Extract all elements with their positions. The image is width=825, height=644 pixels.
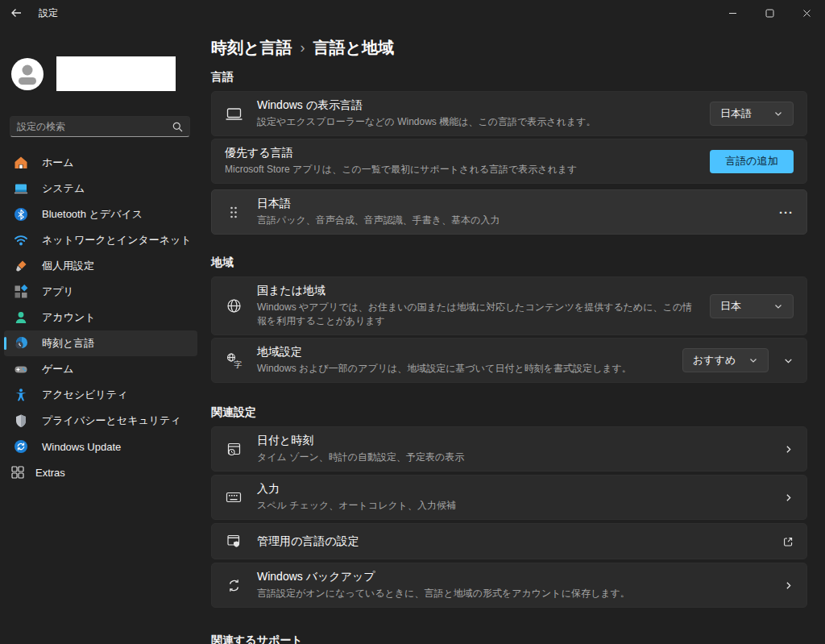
back-arrow-icon — [10, 6, 23, 19]
dropdown-value: 日本語 — [720, 106, 752, 121]
main-content: 時刻と言語 › 言語と地域 言語 Windows の表示言語 設定やエクスプロー… — [201, 26, 825, 644]
sidebar-item-windows-update[interactable]: Windows Update — [4, 434, 197, 459]
row-desc: 言語パック、音声合成、音声認識、手書き、基本の入力 — [257, 214, 766, 227]
globe-icon — [225, 297, 243, 315]
display-icon — [225, 105, 243, 123]
close-icon — [802, 9, 811, 18]
wifi-icon — [13, 232, 29, 248]
keyboard-icon — [225, 488, 243, 506]
breadcrumb-parent[interactable]: 時刻と言語 — [211, 37, 292, 59]
section-label-language: 言語 — [211, 70, 807, 85]
dropdown-value: おすすめ — [693, 353, 736, 368]
breadcrumb: 時刻と言語 › 言語と地域 — [211, 37, 807, 59]
account-icon — [13, 310, 29, 326]
home-icon — [13, 155, 29, 171]
svg-text:字: 字 — [234, 359, 242, 368]
calendar-clock-icon — [225, 440, 243, 458]
section-label-related-support: 関連するサポート — [211, 634, 807, 644]
chevron-right-icon — [783, 580, 794, 591]
row-title: Windows バックアップ — [257, 570, 770, 584]
user-block[interactable] — [11, 58, 44, 90]
drag-handle-icon[interactable] — [225, 203, 243, 221]
row-desc: 設定やエクスプローラーなどの Windows 機能は、この言語で表示されます。 — [257, 115, 697, 129]
sidebar-item-accessibility[interactable]: アクセシビリティ — [4, 382, 197, 408]
row-regional-format[interactable]: 字 地域設定 Windows および一部のアプリは、地域設定に基づいて日付と時刻… — [211, 338, 807, 383]
sidebar-item-accounts[interactable]: アカウント — [4, 305, 197, 330]
row-country-region: 国または地域 Windows やアプリでは、お住まいの国または地域に対応したコン… — [211, 276, 807, 335]
row-desc: Windows および一部のアプリは、地域設定に基づいて日付と時刻を書式設定しま… — [257, 362, 670, 376]
sidebar-item-network[interactable]: ネットワークとインターネット — [4, 227, 197, 253]
expand-chevron-down-icon[interactable] — [783, 355, 794, 366]
window-controls — [714, 0, 825, 26]
bluetooth-icon — [13, 206, 29, 222]
sidebar-nav: ホーム システム Bluetooth とデバイス ネットワークとインターネット … — [0, 150, 201, 485]
row-title: 日本語 — [257, 197, 766, 211]
gamepad-icon — [13, 361, 29, 377]
row-title: 国または地域 — [257, 284, 697, 298]
app-title: 設定 — [39, 6, 58, 20]
row-title: 優先する言語 — [225, 146, 697, 160]
sidebar-item-extras[interactable]: Extras — [4, 459, 197, 485]
row-desc: タイム ゾーン、時計の自動設定、予定表の表示 — [257, 451, 770, 464]
row-preferred-languages: 優先する言語 Microsoft Store アプリは、この一覧で最初にサポート… — [211, 139, 807, 184]
external-link-icon — [782, 536, 794, 547]
breadcrumb-separator-icon: › — [300, 39, 305, 56]
page-title: 言語と地域 — [313, 37, 393, 59]
chevron-down-icon — [773, 301, 783, 311]
sidebar-item-time-language[interactable]: 時刻と言語 — [4, 330, 197, 356]
row-desc: Microsoft Store アプリは、この一覧で最初にサポートされる言語で表… — [225, 163, 697, 177]
row-title: 管理用の言語の設定 — [257, 534, 769, 549]
chevron-right-icon — [783, 492, 794, 503]
system-icon — [13, 181, 29, 197]
back-button[interactable] — [0, 0, 32, 26]
add-language-button[interactable]: 言語の追加 — [710, 150, 794, 173]
row-title: Windows の表示言語 — [257, 98, 697, 113]
sidebar-item-personalization[interactable]: 個人用設定 — [4, 253, 197, 279]
row-windows-backup[interactable]: Windows バックアップ 言語設定がオンになっているときに、言語と地域の形式… — [211, 563, 807, 608]
update-icon — [13, 438, 29, 455]
admin-window-icon — [225, 533, 243, 551]
sidebar-item-gaming[interactable]: ゲーム — [4, 356, 197, 382]
sync-backup-icon — [225, 576, 243, 594]
maximize-button[interactable] — [751, 0, 788, 26]
search-icon — [172, 122, 183, 132]
person-icon — [11, 58, 44, 90]
extras-grid-icon — [10, 464, 26, 480]
user-name-redacted — [56, 56, 176, 91]
row-title: 地域設定 — [257, 345, 670, 359]
sidebar-item-apps[interactable]: アプリ — [4, 279, 197, 305]
dropdown-value: 日本 — [720, 299, 741, 314]
sidebar: 設定の検索 ホーム システム Bluetooth とデバイス ネットワークとイン… — [0, 26, 201, 644]
search-placeholder: 設定の検索 — [17, 120, 172, 134]
row-desc: スペル チェック、オートコレクト、入力候補 — [257, 499, 770, 513]
search-input[interactable]: 設定の検索 — [10, 116, 190, 137]
row-admin-language-settings[interactable]: 管理用の言語の設定 — [211, 523, 807, 559]
regional-format-dropdown[interactable]: おすすめ — [682, 348, 769, 372]
row-title: 日付と時刻 — [257, 434, 770, 448]
chevron-down-icon — [773, 109, 783, 118]
row-title: 入力 — [257, 482, 770, 497]
row-desc: 言語設定がオンになっているときに、言語と地域の形式をアカウントに保存します。 — [257, 587, 770, 600]
country-dropdown[interactable]: 日本 — [710, 294, 794, 318]
accessibility-icon — [13, 387, 29, 403]
sidebar-item-system[interactable]: システム — [4, 176, 197, 202]
titlebar: 設定 — [0, 0, 825, 26]
chevron-right-icon — [783, 444, 794, 455]
avatar — [11, 58, 44, 90]
sidebar-item-privacy[interactable]: プライバシーとセキュリティ — [4, 408, 197, 434]
display-language-dropdown[interactable]: 日本語 — [710, 102, 794, 126]
locale-icon: 字 — [225, 351, 243, 369]
row-display-language: Windows の表示言語 設定やエクスプローラーなどの Windows 機能は… — [211, 91, 807, 136]
row-date-time[interactable]: 日付と時刻 タイム ゾーン、時計の自動設定、予定表の表示 — [211, 426, 807, 472]
sidebar-item-bluetooth[interactable]: Bluetooth とデバイス — [4, 202, 197, 227]
more-options-icon[interactable]: ··· — [779, 206, 794, 219]
close-button[interactable] — [788, 0, 825, 26]
row-language-japanese[interactable]: 日本語 言語パック、音声合成、音声認識、手書き、基本の入力 ··· — [211, 189, 807, 235]
sidebar-item-home[interactable]: ホーム — [4, 150, 197, 176]
row-typing[interactable]: 入力 スペル チェック、オートコレクト、入力候補 — [211, 475, 807, 520]
minimize-button[interactable] — [714, 0, 751, 26]
section-label-region: 地域 — [211, 256, 807, 270]
row-desc: Windows やアプリでは、お住まいの国または地域に対応したコンテンツを提供す… — [257, 301, 697, 328]
minimize-icon — [728, 9, 737, 18]
shield-icon — [13, 413, 29, 429]
